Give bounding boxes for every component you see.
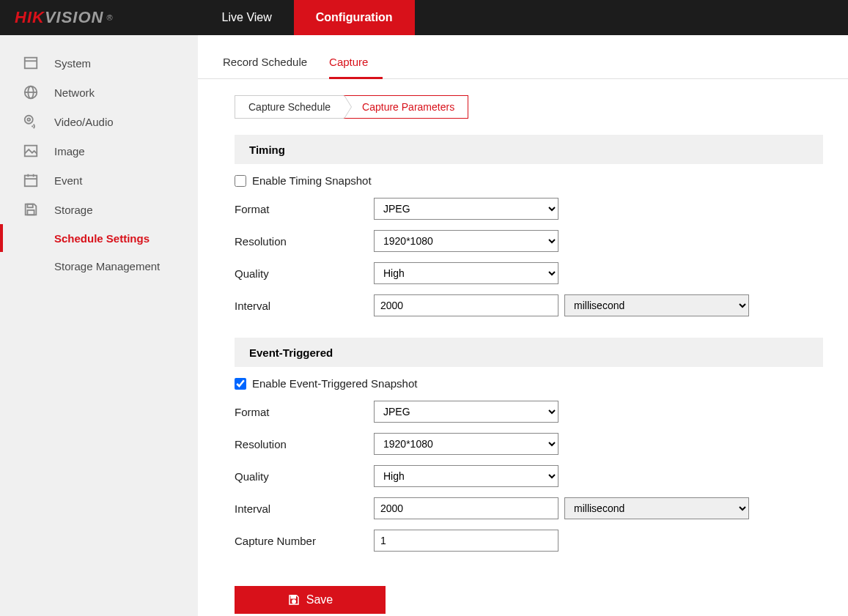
tab-record-schedule[interactable]: Record Schedule: [223, 50, 322, 78]
tab-capture[interactable]: Capture: [329, 50, 383, 79]
timing-format-label: Format: [235, 203, 374, 215]
timing-interval-input[interactable]: [374, 294, 558, 316]
window-icon: [22, 54, 40, 72]
sidebar-item-label: Video/Audio: [54, 116, 114, 128]
sidebar-item-storage[interactable]: Storage: [0, 195, 198, 224]
svg-rect-14: [291, 595, 295, 598]
brand-part1: HIK: [15, 8, 45, 27]
sidebar-item-label: Storage: [54, 204, 93, 216]
section-header-event: Event-Triggered: [235, 338, 823, 367]
enable-event-checkbox[interactable]: [235, 378, 246, 390]
event-resolution-label: Resolution: [235, 438, 374, 450]
save-button-label: Save: [306, 593, 333, 606]
save-disk-icon: [22, 201, 40, 218]
save-disk-icon: [287, 593, 301, 606]
brand-logo: HIKVISION®: [0, 8, 134, 27]
event-capture-number-input[interactable]: [374, 530, 558, 552]
nav-configuration[interactable]: Configuration: [294, 0, 415, 35]
image-icon: [22, 142, 40, 160]
event-interval-unit-select[interactable]: millisecond: [564, 497, 749, 519]
enable-timing-checkbox[interactable]: [235, 175, 246, 187]
timing-quality-select[interactable]: High: [374, 262, 558, 284]
event-form: Enable Event-Triggered Snapshot Format J…: [235, 367, 848, 557]
sidebar-child-schedule-settings[interactable]: Schedule Settings: [0, 224, 198, 252]
section-header-timing: Timing: [235, 135, 823, 164]
breadcrumb-capture-schedule[interactable]: Capture Schedule: [235, 95, 344, 119]
sidebar-item-network[interactable]: Network: [0, 78, 198, 107]
svg-rect-0: [25, 58, 37, 69]
svg-rect-13: [27, 210, 34, 215]
svg-point-6: [27, 118, 30, 121]
event-resolution-select[interactable]: 1920*1080: [374, 433, 558, 455]
event-quality-label: Quality: [235, 470, 374, 483]
timing-resolution-select[interactable]: 1920*1080: [374, 230, 558, 252]
event-format-label: Format: [235, 406, 374, 418]
sidebar-item-label: Network: [54, 86, 95, 99]
sidebar: System Network Video/Audio Image Event: [0, 35, 198, 616]
timing-quality-label: Quality: [235, 267, 374, 280]
svg-rect-8: [25, 176, 37, 187]
brand-part2: VISION: [45, 8, 104, 27]
nav-live-view[interactable]: Live View: [200, 0, 294, 35]
svg-point-5: [25, 116, 33, 124]
breadcrumb-capture-parameters[interactable]: Capture Parameters: [344, 95, 468, 119]
sidebar-child-storage-management[interactable]: Storage Management: [0, 252, 198, 280]
svg-rect-12: [27, 204, 32, 208]
sidebar-item-system[interactable]: System: [0, 48, 198, 78]
calendar-icon: [22, 171, 40, 189]
sidebar-item-image[interactable]: Image: [0, 136, 198, 166]
topbar: HIKVISION® Live View Configuration: [0, 0, 848, 35]
video-audio-icon: [22, 113, 40, 130]
sidebar-item-video-audio[interactable]: Video/Audio: [0, 107, 198, 136]
sidebar-item-label: Image: [54, 145, 85, 157]
event-interval-input[interactable]: [374, 497, 558, 519]
breadcrumb: Capture Schedule Capture Parameters: [235, 95, 848, 119]
enable-timing-label: Enable Timing Snapshot: [252, 174, 372, 187]
sidebar-item-label: System: [54, 57, 91, 70]
save-button[interactable]: Save: [235, 586, 386, 614]
enable-event-label: Enable Event-Triggered Snapshot: [252, 377, 417, 390]
svg-point-15: [292, 600, 296, 604]
globe-icon: [22, 84, 40, 101]
timing-interval-unit-select[interactable]: millisecond: [564, 294, 749, 316]
brand-reg: ®: [106, 13, 113, 22]
main-content: Record Schedule Capture Capture Schedule…: [198, 35, 848, 616]
timing-form: Enable Timing Snapshot Format JPEG Resol…: [235, 164, 848, 322]
sidebar-item-event[interactable]: Event: [0, 166, 198, 195]
event-capture-number-label: Capture Number: [235, 535, 374, 547]
timing-interval-label: Interval: [235, 300, 374, 312]
tabs: Record Schedule Capture: [198, 50, 848, 79]
timing-resolution-label: Resolution: [235, 235, 374, 248]
timing-format-select[interactable]: JPEG: [374, 198, 558, 220]
sidebar-item-label: Event: [54, 174, 82, 187]
event-format-select[interactable]: JPEG: [374, 401, 558, 423]
event-interval-label: Interval: [235, 502, 374, 515]
event-quality-select[interactable]: High: [374, 465, 558, 487]
